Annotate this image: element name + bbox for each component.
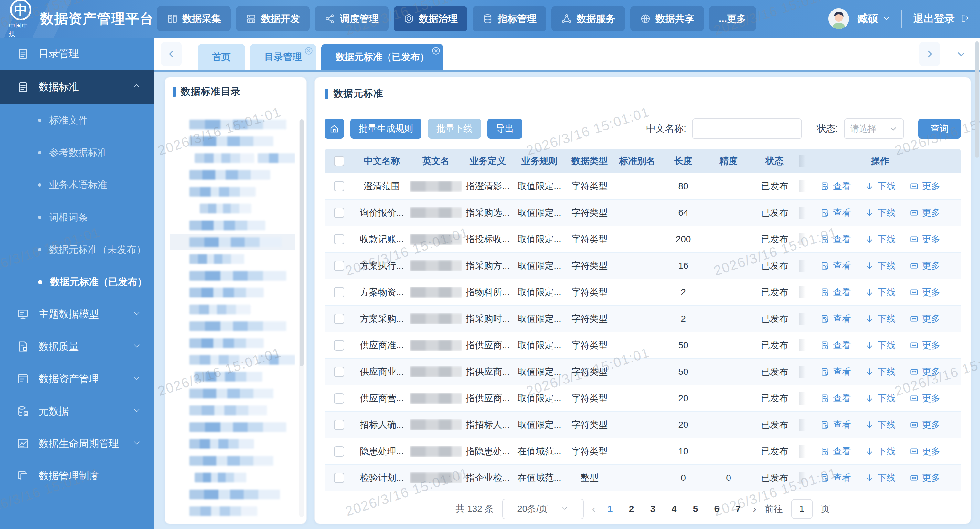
page-number-6[interactable]: 6	[710, 504, 723, 514]
nav-item-data-share[interactable]: 数据共享	[630, 6, 704, 31]
more-action-link[interactable]: 更多	[909, 180, 940, 193]
sidebar-subitem-element-published[interactable]: 数据元标准（已发布）	[0, 266, 154, 298]
user-avatar[interactable]	[829, 8, 849, 29]
catalog-tree-item-redacted[interactable]	[170, 301, 296, 318]
row-checkbox[interactable]	[334, 234, 344, 244]
user-menu[interactable]: 臧硕	[858, 12, 891, 26]
sidebar-subitem-business-term[interactable]: 业务术语标准	[0, 169, 154, 201]
nav-item-schedule-mgmt[interactable]: 调度管理	[315, 6, 388, 31]
row-checkbox[interactable]	[334, 181, 344, 191]
offline-action-link[interactable]: 下线	[865, 366, 896, 378]
view-action-link[interactable]: 查看	[820, 419, 851, 431]
goto-page-input[interactable]: 1	[791, 499, 813, 519]
offline-action-link[interactable]: 下线	[865, 419, 896, 431]
sidebar-subitem-element-unpublished[interactable]: 数据元标准（未发布）	[0, 233, 154, 266]
row-checkbox[interactable]	[334, 366, 344, 377]
offline-action-link[interactable]: 下线	[865, 313, 896, 325]
page-number-3[interactable]: 3	[646, 504, 659, 514]
home-button[interactable]	[325, 119, 344, 139]
more-action-link[interactable]: 更多	[909, 260, 940, 272]
nav-item-data-collect[interactable]: 数据采集	[157, 6, 231, 31]
row-checkbox[interactable]	[334, 473, 344, 483]
view-action-link[interactable]: 查看	[820, 392, 851, 405]
row-checkbox[interactable]	[334, 261, 344, 271]
row-checkbox[interactable]	[334, 207, 344, 218]
tabs-scroll-right-button[interactable]	[919, 42, 940, 66]
sidebar-item-lifecycle[interactable]: 数据生命周期管理	[0, 427, 154, 460]
status-select[interactable]: 请选择	[844, 118, 904, 139]
batch-offline-button[interactable]: 批量下线	[428, 119, 481, 139]
catalog-tree-item-redacted[interactable]	[170, 318, 296, 335]
catalog-tree-item-redacted[interactable]	[170, 419, 296, 435]
catalog-scrollbar[interactable]	[299, 120, 304, 517]
close-icon[interactable]	[431, 46, 441, 58]
page-number-7[interactable]: 7	[732, 504, 745, 514]
view-action-link[interactable]: 查看	[820, 472, 851, 484]
view-action-link[interactable]: 查看	[820, 233, 851, 245]
nav-item-more[interactable]: ...更多	[709, 6, 756, 31]
close-icon[interactable]	[304, 46, 313, 58]
page-scrollbar[interactable]	[975, 41, 979, 158]
view-action-link[interactable]: 查看	[820, 207, 851, 219]
more-action-link[interactable]: 更多	[909, 419, 940, 431]
tab-element-published[interactable]: 数据元标准（已发布）	[321, 44, 444, 70]
row-checkbox[interactable]	[334, 340, 344, 351]
nav-item-data-service[interactable]: 数据服务	[551, 6, 625, 31]
row-checkbox[interactable]	[334, 287, 344, 298]
more-action-link[interactable]: 更多	[909, 366, 940, 378]
export-button[interactable]: 导出	[487, 119, 522, 139]
offline-action-link[interactable]: 下线	[865, 180, 896, 193]
nav-item-data-govern[interactable]: 数据治理	[394, 6, 468, 31]
catalog-tree-item-redacted[interactable]	[170, 217, 296, 234]
sidebar-item-theme-model[interactable]: 主题数据模型	[0, 298, 154, 330]
view-action-link[interactable]: 查看	[820, 286, 851, 298]
nav-item-data-develop[interactable]: 数据开发	[236, 6, 310, 31]
sidebar-item-data-quality[interactable]: 数据质量	[0, 330, 154, 363]
sidebar-subitem-standard-file[interactable]: 标准文件	[0, 104, 154, 137]
more-action-link[interactable]: 更多	[909, 339, 940, 352]
offline-action-link[interactable]: 下线	[865, 260, 896, 272]
more-action-link[interactable]: 更多	[909, 233, 940, 245]
page-number-5[interactable]: 5	[689, 504, 702, 514]
more-action-link[interactable]: 更多	[909, 445, 940, 457]
sidebar-item-asset-mgmt[interactable]: 数据资产管理	[0, 363, 154, 395]
catalog-tree-item-redacted[interactable]	[170, 435, 296, 453]
more-action-link[interactable]: 更多	[909, 313, 940, 325]
more-action-link[interactable]: 更多	[909, 207, 940, 219]
catalog-tree-item-redacted[interactable]	[170, 486, 296, 503]
row-checkbox[interactable]	[334, 446, 344, 457]
prev-page-button[interactable]: ‹	[592, 504, 595, 515]
offline-action-link[interactable]: 下线	[865, 445, 896, 457]
catalog-tree-item-redacted[interactable]	[170, 116, 296, 133]
tab-catalog[interactable]: 目录管理	[250, 44, 316, 70]
catalog-tree-item-redacted[interactable]	[170, 503, 296, 518]
offline-action-link[interactable]: 下线	[865, 472, 896, 484]
tabs-scroll-left-button[interactable]	[161, 42, 181, 66]
catalog-tree-item-redacted[interactable]	[170, 268, 296, 284]
catalog-tree-item-redacted[interactable]	[170, 368, 296, 385]
more-action-link[interactable]: 更多	[909, 286, 940, 298]
row-checkbox[interactable]	[334, 314, 344, 324]
sidebar-subitem-reference-standard[interactable]: 参考数据标准	[0, 137, 154, 169]
view-action-link[interactable]: 查看	[820, 445, 851, 457]
catalog-tree-item-redacted[interactable]	[170, 183, 296, 200]
offline-action-link[interactable]: 下线	[865, 392, 896, 405]
sidebar-subitem-word-root[interactable]: 词根词条	[0, 201, 154, 233]
catalog-tree-item-redacted[interactable]	[170, 150, 296, 167]
page-number-1[interactable]: 1	[604, 504, 617, 514]
catalog-tree-item-redacted[interactable]	[170, 250, 296, 268]
more-action-link[interactable]: 更多	[909, 472, 940, 484]
cn-name-input[interactable]	[692, 118, 802, 139]
offline-action-link[interactable]: 下线	[865, 233, 896, 245]
catalog-tree-item-redacted[interactable]	[170, 284, 296, 301]
catalog-tree-item-redacted[interactable]	[170, 453, 296, 469]
sidebar-item-data-standard[interactable]: 数据标准	[0, 70, 154, 104]
catalog-tree-item-redacted[interactable]	[170, 200, 296, 217]
batch-generate-rules-button[interactable]: 批量生成规则	[350, 119, 422, 139]
tab-home[interactable]: 首页	[198, 44, 245, 70]
catalog-scrollbar-thumb[interactable]	[300, 120, 304, 366]
sidebar-item-regulation[interactable]: 数据管理制度	[0, 460, 154, 492]
catalog-tree-item-redacted[interactable]	[170, 352, 296, 368]
catalog-tree-item-redacted[interactable]	[170, 469, 296, 486]
select-all-checkbox[interactable]	[334, 156, 344, 166]
